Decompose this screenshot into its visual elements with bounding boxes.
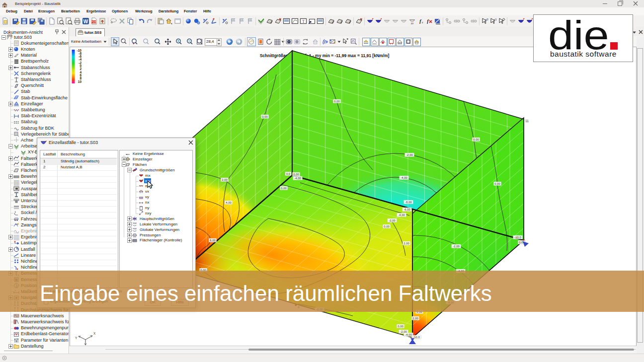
svg-text:x: x	[421, 21, 423, 24]
svg-text:-6,00: -6,00	[403, 208, 410, 211]
svg-text:+1: +1	[493, 18, 496, 21]
svg-text:T: T	[302, 19, 305, 24]
svg-text:-6,00: -6,00	[405, 201, 411, 204]
svg-text:-4,00: -4,00	[401, 176, 407, 179]
svg-text:-10,0: -10,0	[514, 236, 521, 239]
svg-text:2,00: 2,00	[403, 242, 409, 245]
svg-text:f: f	[427, 18, 429, 24]
svg-text:0,00: 0,00	[262, 115, 267, 118]
svg-text:0,00: 0,00	[384, 225, 389, 228]
svg-text:-4,00: -4,00	[398, 214, 404, 217]
svg-text:-4,00: -4,00	[294, 177, 301, 180]
svg-text:Y: Y	[75, 336, 78, 340]
svg-text:0,00: 0,00	[398, 325, 403, 328]
svg-text:0,00: 0,00	[281, 187, 286, 190]
svg-text:4,00: 4,00	[226, 201, 231, 204]
svg-text:Schnittgrößen 1. O. - Lf: 1 -: Schnittgrößen 1. O. - Lf: 1 - my min = -…	[260, 53, 390, 58]
svg-text:-2,00: -2,00	[389, 219, 395, 222]
svg-text:PDF: PDF	[91, 20, 97, 23]
svg-text:X: X	[93, 332, 96, 335]
svg-text:2,00: 2,00	[412, 317, 418, 320]
svg-text:2,00: 2,00	[222, 178, 227, 181]
svg-text:10: 10	[78, 80, 82, 83]
svg-text:-2,00: -2,00	[406, 153, 412, 156]
svg-text:0,00: 0,00	[334, 100, 339, 103]
svg-text:11: 11	[525, 119, 529, 123]
svg-text:6,00: 6,00	[210, 239, 215, 242]
svg-text:W: W	[83, 19, 88, 24]
svg-text:-4,00: -4,00	[405, 333, 411, 336]
svg-text:0,00: 0,00	[473, 138, 479, 141]
svg-text:+0: +0	[485, 18, 488, 21]
svg-text:-2,00: -2,00	[453, 245, 459, 248]
svg-text:0,00: 0,00	[494, 182, 500, 185]
svg-text:0,0: 0,0	[286, 172, 290, 175]
svg-text:0,00: 0,00	[293, 173, 299, 176]
svg-text:zz: zz	[411, 22, 414, 25]
